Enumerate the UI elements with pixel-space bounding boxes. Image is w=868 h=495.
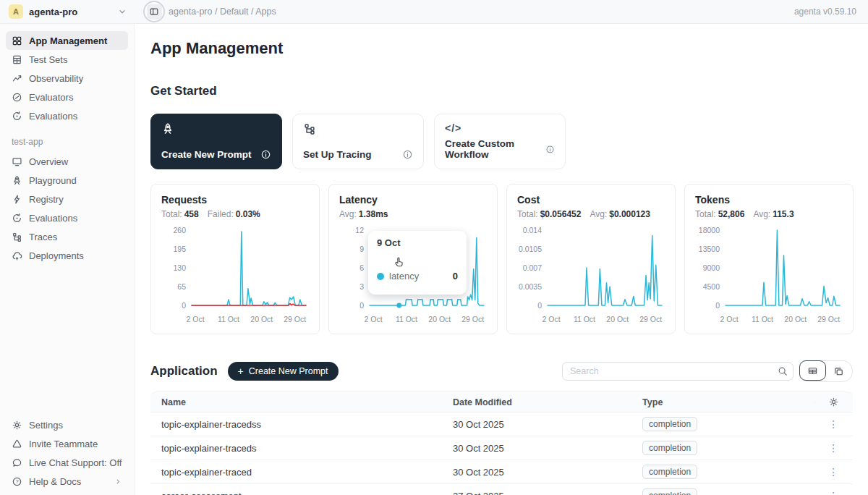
- type-cell: completion: [631, 465, 814, 479]
- table-view-button[interactable]: [799, 360, 826, 381]
- card-label: Create Custom Workflow: [445, 138, 545, 160]
- type-cell: completion: [631, 441, 814, 455]
- sidebar-item-label: Live Chat Support: Off: [29, 457, 122, 468]
- sidebar-toggle-button[interactable]: [147, 4, 162, 20]
- sidebar-app-nav: OverviewPlaygroundRegistryEvaluationsTra…: [6, 152, 128, 265]
- date-modified-cell: 30 Oct 2025: [442, 467, 631, 478]
- svg-text:13500: 13500: [699, 245, 720, 253]
- gear-icon[interactable]: [828, 397, 839, 407]
- row-menu-button[interactable]: ⋮: [814, 490, 853, 495]
- sidebar-item-label: Settings: [29, 420, 63, 431]
- table-row[interactable]: topic-explainer-tracedss30 Oct 2025compl…: [150, 412, 853, 436]
- sidebar-app-item-overview[interactable]: Overview: [6, 152, 128, 171]
- app-name-cell: career-assessment: [150, 491, 442, 495]
- get-started-card-set-up-tracing[interactable]: Set Up Tracing: [292, 114, 424, 169]
- get-started-card-create-custom-workflow[interactable]: </>Create Custom Workflow: [434, 114, 566, 169]
- column-header-date-modified[interactable]: Date Modified: [442, 397, 631, 407]
- sidebar-item-label: Observability: [29, 73, 83, 84]
- info-icon: [545, 145, 555, 154]
- triangle-icon: [12, 439, 22, 449]
- table-row[interactable]: topic-explainer-traced30 Oct 2025complet…: [150, 460, 853, 484]
- app-root: A agenta-pro agenta-pro / Default / Apps…: [0, 0, 868, 495]
- sidebar-item-label: Registry: [29, 194, 64, 205]
- chat-icon: [12, 457, 22, 468]
- row-menu-button[interactable]: ⋮: [814, 466, 853, 478]
- sidebar-item-label: App Management: [29, 35, 107, 46]
- sidebar-app-item-evaluations[interactable]: Evaluations: [6, 208, 128, 227]
- row-menu-button[interactable]: ⋮: [814, 418, 853, 430]
- sidebar-item-help-docs[interactable]: ?Help & Docs: [6, 472, 128, 491]
- page-title: App Management: [150, 39, 853, 58]
- column-header-name[interactable]: Name: [150, 397, 442, 407]
- hand-cursor-icon: [392, 255, 405, 268]
- chevron-right-icon: [114, 478, 122, 486]
- column-header-type[interactable]: Type: [631, 397, 814, 407]
- search-button[interactable]: [773, 363, 793, 380]
- sidebar-item-invite-teammate[interactable]: Invite Teammate: [6, 434, 128, 453]
- row-menu-button[interactable]: ⋮: [814, 442, 853, 454]
- svg-text:195: 195: [173, 245, 186, 253]
- sidebar-app-item-playground[interactable]: Playground: [6, 171, 128, 190]
- sidebar-item-evaluations[interactable]: Evaluations: [6, 106, 128, 125]
- stat-avg: Avg:$0.000123: [590, 209, 650, 219]
- create-new-prompt-label: Create New Prompt: [249, 366, 328, 376]
- code-icon: </>: [445, 122, 555, 134]
- type-badge: completion: [642, 465, 697, 479]
- sidebar-item-app-management[interactable]: App Management: [6, 31, 128, 50]
- create-new-prompt-button[interactable]: + Create New Prompt: [228, 362, 339, 381]
- testsets-icon: [12, 54, 22, 65]
- metric-title: Latency: [339, 194, 487, 206]
- svg-text:0.0035: 0.0035: [519, 282, 542, 291]
- info-icon: [260, 149, 271, 160]
- sidebar-item-label: Traces: [29, 232, 57, 242]
- breadcrumb[interactable]: agenta-pro / Default / Apps: [169, 7, 276, 17]
- svg-text:29 Oct: 29 Oct: [817, 315, 840, 323]
- card-view-button[interactable]: [825, 361, 852, 381]
- svg-text:?: ?: [15, 478, 18, 485]
- series-tokens: [726, 230, 840, 305]
- sidebar-item-live-chat-support-off[interactable]: Live Chat Support: Off: [6, 453, 128, 472]
- sidebar-item-evaluators[interactable]: Evaluators: [6, 88, 128, 106]
- sidebar-section-label: test-app: [12, 137, 122, 147]
- sidebar-app-item-traces[interactable]: Traces: [6, 227, 128, 246]
- line-chart-tokens: 04500900013500180002 Oct11 Oct20 Oct29 O…: [695, 221, 844, 327]
- sidebar-item-label: Overview: [29, 156, 68, 167]
- sidebar-item-test-sets[interactable]: Test Sets: [6, 50, 128, 69]
- sidebar-item-observability[interactable]: Observability: [6, 69, 128, 88]
- info-icon[interactable]: [545, 144, 555, 155]
- metric-card-cost: CostTotal:$0.056452Avg:$0.00012300.00350…: [506, 184, 676, 334]
- sidebar-item-label: Help & Docs: [29, 476, 81, 487]
- rocket-icon: [161, 122, 174, 135]
- search-icon: [778, 366, 788, 376]
- sidebar-app-item-registry[interactable]: Registry: [6, 190, 128, 208]
- search-input[interactable]: [563, 366, 773, 376]
- stat-total: Total:$0.056452: [517, 209, 581, 219]
- metric-title: Cost: [517, 194, 665, 206]
- info-icon[interactable]: [260, 149, 271, 160]
- sidebar-item-label: Invite Teammate: [29, 439, 98, 449]
- hover-point-marker: [396, 303, 401, 308]
- svg-text:2 Oct: 2 Oct: [365, 315, 383, 323]
- tooltip-value: 0: [453, 271, 458, 282]
- workspace-selector[interactable]: A agenta-pro: [0, 4, 135, 19]
- app-name-cell: topic-explainer-tracedss: [150, 419, 442, 430]
- tracingtree-icon: [303, 122, 316, 135]
- monitor-icon: [12, 156, 22, 167]
- metric-stats: Total:458Failed:0.03%: [161, 209, 309, 219]
- sidebar-app-item-deployments[interactable]: Deployments: [6, 246, 128, 265]
- info-icon[interactable]: [402, 149, 413, 160]
- svg-text:12: 12: [355, 226, 364, 234]
- chart-tooltip: 9 Octlatency0: [368, 231, 467, 295]
- date-modified-cell: 27 Oct 2025: [442, 491, 631, 495]
- svg-text:2 Oct: 2 Oct: [720, 315, 739, 323]
- svg-text:20 Oct: 20 Oct: [784, 315, 807, 323]
- get-started-card-create-new-prompt[interactable]: Create New Prompt: [150, 114, 282, 169]
- table-row[interactable]: topic-explainer-traceds30 Oct 2025comple…: [150, 436, 853, 460]
- metric-card-requests: RequestsTotal:458Failed:0.03%06513019526…: [150, 184, 320, 334]
- svg-text:0: 0: [715, 301, 720, 310]
- svg-text:29 Oct: 29 Oct: [461, 315, 484, 323]
- type-badge: completion: [642, 417, 697, 431]
- table-row[interactable]: career-assessment27 Oct 2025completion⋮: [150, 484, 853, 495]
- app-name-cell: topic-explainer-traced: [150, 467, 442, 478]
- sidebar-item-settings[interactable]: Settings: [6, 415, 128, 434]
